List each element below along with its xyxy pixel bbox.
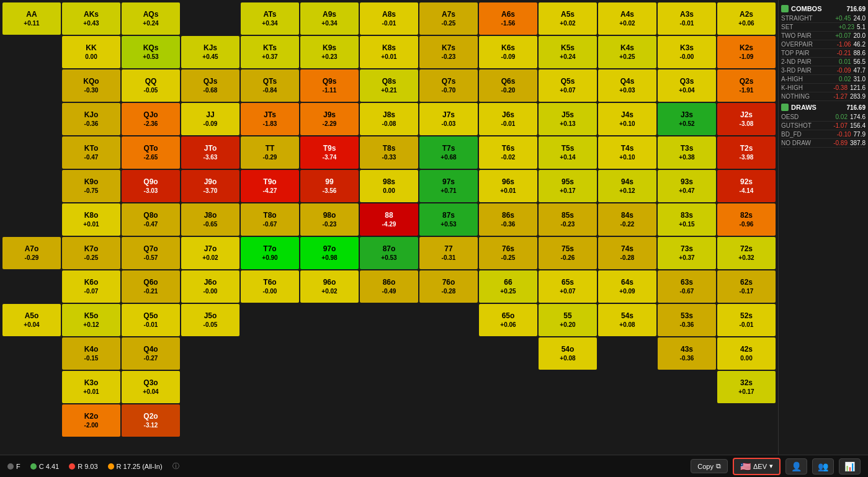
table-row[interactable]: Q3s+0.04 <box>658 69 716 102</box>
table-row[interactable]: Q2o-3.12 <box>122 404 180 437</box>
table-row[interactable]: T8o-0.67 <box>241 203 299 236</box>
table-row[interactable]: T7o+0.90 <box>241 237 299 269</box>
table-row[interactable]: J4s+0.10 <box>598 103 656 135</box>
table-row[interactable]: T8s-0.33 <box>360 136 418 169</box>
table-row[interactable]: J6s-0.01 <box>479 103 537 135</box>
table-row[interactable]: J7s-0.03 <box>419 103 478 135</box>
table-row[interactable]: K8s+0.01 <box>360 36 418 68</box>
table-row[interactable]: J8s-0.08 <box>360 103 418 135</box>
table-row[interactable]: 84s-0.22 <box>598 203 656 236</box>
table-row[interactable]: J9s-2.29 <box>300 103 359 135</box>
table-row[interactable]: A5s+0.02 <box>539 2 597 35</box>
table-row[interactable]: J5o-0.05 <box>181 304 239 336</box>
table-row[interactable]: KQo-0.30 <box>62 69 120 102</box>
table-row[interactable]: 54o+0.08 <box>539 337 597 370</box>
table-row[interactable]: Q4o-0.27 <box>122 337 180 370</box>
table-row[interactable]: T6o-0.00 <box>241 270 299 303</box>
table-row[interactable]: 96o+0.02 <box>300 270 359 303</box>
table-row[interactable]: 55+0.20 <box>539 304 597 336</box>
table-row[interactable]: K5o+0.12 <box>62 304 120 336</box>
table-row[interactable]: 53s-0.36 <box>658 304 716 336</box>
table-row[interactable]: 87o+0.53 <box>360 237 418 269</box>
table-row[interactable]: K5s+0.24 <box>539 36 597 68</box>
table-row[interactable]: 77-0.31 <box>419 237 478 269</box>
table-row[interactable]: QTo-2.65 <box>122 136 180 169</box>
table-row[interactable]: 76o-0.28 <box>419 270 478 303</box>
table-row[interactable]: 66+0.25 <box>479 270 537 303</box>
table-row[interactable]: 76s-0.25 <box>479 237 537 269</box>
table-row[interactable]: 42s0.00 <box>717 337 776 370</box>
user-button[interactable]: 👤 <box>785 458 807 475</box>
table-row[interactable]: 98s0.00 <box>360 170 418 202</box>
table-row[interactable]: T9o-4.27 <box>241 170 299 202</box>
table-row[interactable]: K7s-0.23 <box>419 36 478 68</box>
table-row[interactable]: 87s+0.53 <box>419 203 478 236</box>
table-row[interactable]: 86o-0.49 <box>360 270 418 303</box>
chart-button[interactable]: 📊 <box>839 458 861 475</box>
table-row[interactable]: Q8s+0.21 <box>360 69 418 102</box>
table-row[interactable]: Q4s+0.03 <box>598 69 656 102</box>
table-row[interactable]: K6o-0.07 <box>62 270 120 303</box>
table-row[interactable]: K8o+0.01 <box>62 203 120 236</box>
table-row[interactable]: J9o-3.70 <box>181 170 239 202</box>
table-row[interactable]: K6s-0.09 <box>479 36 537 68</box>
table-row[interactable]: T9s-3.74 <box>300 136 359 169</box>
table-row[interactable]: 97o+0.98 <box>300 237 359 269</box>
table-row[interactable]: 99-3.56 <box>300 170 359 202</box>
table-row[interactable]: K3o+0.01 <box>62 371 120 403</box>
table-row[interactable]: A9s+0.34 <box>300 2 359 35</box>
table-row[interactable]: AA+0.11 <box>2 2 61 35</box>
table-row[interactable]: TT-0.29 <box>241 136 299 169</box>
table-row[interactable]: 94s+0.12 <box>598 170 656 202</box>
table-row[interactable]: 85s-0.23 <box>539 203 597 236</box>
table-row[interactable]: 43s-0.36 <box>658 337 716 370</box>
table-row[interactable]: 65s+0.07 <box>539 270 597 303</box>
table-row[interactable]: A8s-0.01 <box>360 2 418 35</box>
table-row[interactable]: K4o-0.15 <box>62 337 120 370</box>
table-row[interactable]: QTs-0.84 <box>241 69 299 102</box>
table-row[interactable]: Q5o-0.01 <box>122 304 180 336</box>
table-row[interactable]: K7o-0.25 <box>62 237 120 269</box>
table-row[interactable]: KTs+0.37 <box>241 36 299 68</box>
table-row[interactable]: A3s-0.01 <box>658 2 716 35</box>
table-row[interactable]: 72s+0.32 <box>717 237 776 269</box>
table-row[interactable]: Q2s-1.91 <box>717 69 776 102</box>
table-row[interactable]: 93s+0.47 <box>658 170 716 202</box>
table-row[interactable]: K2s-1.09 <box>717 36 776 68</box>
table-row[interactable]: QJo-2.36 <box>122 103 180 135</box>
table-row[interactable]: 63s-0.67 <box>658 270 716 303</box>
table-row[interactable]: KQs+0.53 <box>122 36 180 68</box>
table-row[interactable]: 98o-0.23 <box>300 203 359 236</box>
table-row[interactable]: 96s+0.01 <box>479 170 537 202</box>
table-row[interactable]: A2s+0.06 <box>717 2 776 35</box>
table-row[interactable]: A7o-0.29 <box>2 237 61 269</box>
table-row[interactable]: 52s-0.01 <box>717 304 776 336</box>
table-row[interactable]: J3s+0.52 <box>658 103 716 135</box>
table-row[interactable]: KJs+0.45 <box>181 36 239 68</box>
table-row[interactable]: T2s-3.98 <box>717 136 776 169</box>
table-row[interactable]: J5s+0.13 <box>539 103 597 135</box>
table-row[interactable]: K9s+0.23 <box>300 36 359 68</box>
table-row[interactable]: Q9o-3.03 <box>122 170 180 202</box>
table-row[interactable]: Q5s+0.07 <box>539 69 597 102</box>
table-row[interactable]: A5o+0.04 <box>2 304 61 336</box>
table-row[interactable]: J8o-0.65 <box>181 203 239 236</box>
table-row[interactable]: QJs-0.68 <box>181 69 239 102</box>
table-row[interactable]: A7s-0.25 <box>419 2 478 35</box>
table-row[interactable]: T7s+0.68 <box>419 136 478 169</box>
table-row[interactable]: Q3o+0.04 <box>122 371 180 403</box>
table-row[interactable]: 82s-0.96 <box>717 203 776 236</box>
dev-button[interactable]: 🇱🇷 ΔEV ▾ <box>733 458 781 475</box>
table-row[interactable]: 83s+0.15 <box>658 203 716 236</box>
users-button[interactable]: 👥 <box>812 458 834 475</box>
table-row[interactable]: K9o-0.75 <box>62 170 120 202</box>
table-row[interactable]: K4s+0.25 <box>598 36 656 68</box>
table-row[interactable]: ATs+0.34 <box>241 2 299 35</box>
table-row[interactable]: QQ-0.05 <box>122 69 180 102</box>
table-row[interactable]: J2s-3.08 <box>717 103 776 135</box>
table-row[interactable]: 88-4.29 <box>360 203 418 236</box>
table-row[interactable]: JJ-0.09 <box>181 103 239 135</box>
table-row[interactable]: KTo-0.47 <box>62 136 120 169</box>
table-row[interactable]: A6s-1.56 <box>479 2 537 35</box>
table-row[interactable]: 65o+0.06 <box>479 304 537 336</box>
